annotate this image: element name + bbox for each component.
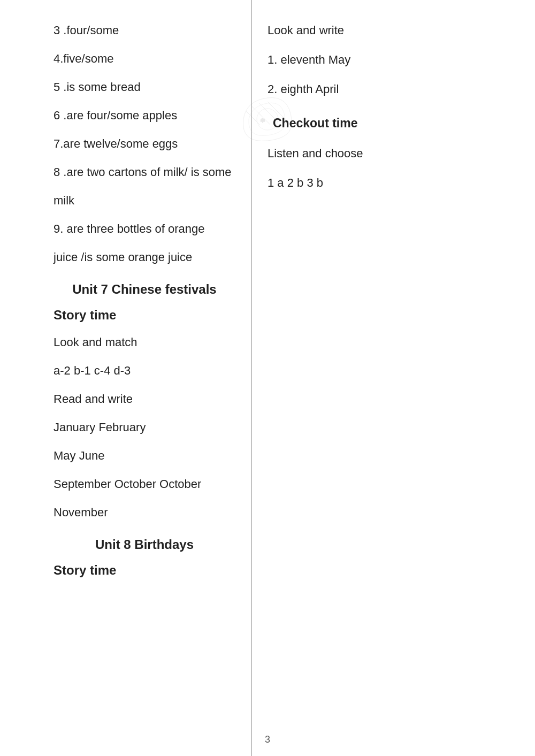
choices: 1 a 2 b 3 b xyxy=(268,174,492,192)
listen-and-choose: Listen and choose xyxy=(268,144,492,162)
answer-2: 2. eighth April xyxy=(268,80,492,98)
line-milk: milk xyxy=(54,192,235,209)
line-9-three-bottles: 9. are three bottles of orange xyxy=(54,220,235,238)
match-answers: a-2 b-1 c-4 d-3 xyxy=(54,362,235,379)
story-time-1: Story time xyxy=(54,308,235,323)
page-container: 3 .four/some 4.five/some 5 .is some brea… xyxy=(0,0,535,756)
look-and-match: Look and match xyxy=(54,333,235,351)
line-3-four-some: 3 .four/some xyxy=(54,21,235,39)
look-and-write: Look and write xyxy=(268,21,492,39)
divider-line xyxy=(251,0,252,756)
unit8-heading: Unit 8 Birthdays xyxy=(54,537,235,552)
svg-line-1 xyxy=(251,106,270,125)
svg-line-0 xyxy=(246,111,259,125)
months-jan-feb: January February xyxy=(54,418,235,436)
answer-1: 1. eleventh May xyxy=(268,51,492,68)
right-column: Look and write 1. eleventh May 2. eighth… xyxy=(268,21,492,203)
line-5-is-some-bread: 5 .is some bread xyxy=(54,78,235,96)
unit7-heading: Unit 7 Chinese festivals xyxy=(54,282,235,297)
left-column: 3 .four/some 4.five/some 5 .is some brea… xyxy=(54,21,235,589)
month-november: November xyxy=(54,503,235,521)
read-and-write: Read and write xyxy=(54,390,235,408)
svg-text:华: 华 xyxy=(261,118,265,123)
line-6-are-four: 6 .are four/some apples xyxy=(54,106,235,124)
line-juice: juice /is some orange juice xyxy=(54,248,235,266)
months-may-june: May June xyxy=(54,447,235,464)
page-number: 3 xyxy=(265,734,270,745)
line-8-are-two-cartons: 8 .are two cartons of milk/ is some xyxy=(54,163,235,181)
line-7-are-twelve: 7.are twelve/some eggs xyxy=(54,135,235,152)
story-time-2: Story time xyxy=(54,563,235,578)
months-sep-oct: September October October xyxy=(54,475,235,493)
line-4-five-some: 4.five/some xyxy=(54,50,235,67)
checkout-time-section: 华 Checkout time xyxy=(268,114,357,133)
